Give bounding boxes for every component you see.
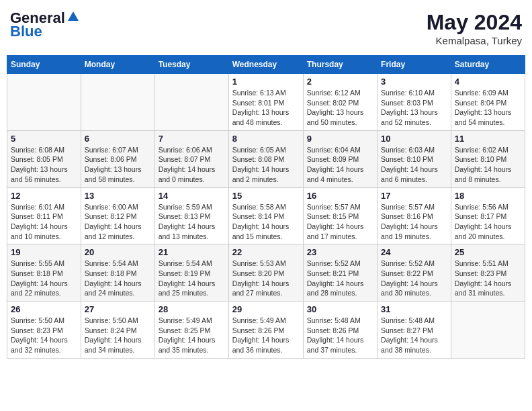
day-info: Sunrise: 6:12 AMSunset: 8:02 PMDaylight:… [307,89,364,126]
day-number: 4 [455,77,521,87]
calendar-table: Sunday Monday Tuesday Wednesday Thursday… [7,55,525,359]
day-info: Sunrise: 5:55 AMSunset: 8:18 PMDaylight:… [11,259,68,297]
day-number: 28 [159,304,225,314]
day-number: 20 [85,247,151,257]
day-info: Sunrise: 5:49 AMSunset: 8:25 PMDaylight:… [159,316,216,354]
day-number: 8 [232,134,300,144]
logo-text-blue: Blue [10,24,42,40]
cell-w1-d6: 3Sunrise: 6:10 AMSunset: 8:03 PMDaylight… [378,74,451,131]
day-number: 2 [307,77,373,87]
cell-w4-d4: 22Sunrise: 5:53 AMSunset: 8:20 PMDayligh… [228,244,303,302]
day-info: Sunrise: 6:02 AMSunset: 8:10 PMDaylight:… [455,146,512,183]
header-friday: Friday [378,56,451,74]
day-number: 31 [381,304,447,314]
cell-w4-d3: 21Sunrise: 5:54 AMSunset: 8:19 PMDayligh… [154,244,228,302]
day-info: Sunrise: 5:52 AMSunset: 8:22 PMDaylight:… [381,259,438,297]
day-info: Sunrise: 6:08 AMSunset: 8:05 PMDaylight:… [11,146,68,183]
day-number: 19 [11,247,77,257]
header-monday: Monday [81,56,154,74]
cell-w5-d5: 30Sunrise: 5:48 AMSunset: 8:26 PMDayligh… [303,302,377,359]
cell-w3-d2: 13Sunrise: 6:00 AMSunset: 8:12 PMDayligh… [81,187,154,244]
week-row-2: 5Sunrise: 6:08 AMSunset: 8:05 PMDaylight… [7,130,525,187]
cell-w4-d2: 20Sunrise: 5:54 AMSunset: 8:18 PMDayligh… [81,244,154,302]
day-info: Sunrise: 5:54 AMSunset: 8:18 PMDaylight:… [85,259,142,297]
day-info: Sunrise: 6:10 AMSunset: 8:03 PMDaylight:… [381,89,438,126]
cell-w1-d7: 4Sunrise: 6:09 AMSunset: 8:04 PMDaylight… [451,74,525,131]
cell-w1-d1 [7,74,81,131]
day-info: Sunrise: 5:59 AMSunset: 8:13 PMDaylight:… [159,203,216,240]
cell-w2-d7: 11Sunrise: 6:02 AMSunset: 8:10 PMDayligh… [451,130,525,187]
logo: General Blue [10,10,80,40]
week-row-3: 12Sunrise: 6:01 AMSunset: 8:11 PMDayligh… [7,187,525,244]
day-info: Sunrise: 5:52 AMSunset: 8:21 PMDaylight:… [307,259,364,297]
cell-w3-d7: 18Sunrise: 5:56 AMSunset: 8:17 PMDayligh… [451,187,525,244]
week-row-4: 19Sunrise: 5:55 AMSunset: 8:18 PMDayligh… [7,244,525,302]
cell-w3-d1: 12Sunrise: 6:01 AMSunset: 8:11 PMDayligh… [7,187,81,244]
svg-marker-0 [68,11,79,21]
cell-w4-d6: 24Sunrise: 5:52 AMSunset: 8:22 PMDayligh… [378,244,451,302]
cell-w5-d2: 27Sunrise: 5:50 AMSunset: 8:24 PMDayligh… [81,302,154,359]
day-info: Sunrise: 6:05 AMSunset: 8:08 PMDaylight:… [232,146,290,183]
day-number: 3 [381,77,447,87]
day-info: Sunrise: 6:01 AMSunset: 8:11 PMDaylight:… [11,203,68,240]
cell-w1-d4: 1Sunrise: 6:13 AMSunset: 8:01 PMDaylight… [228,74,303,131]
day-number: 26 [11,304,77,314]
day-info: Sunrise: 6:06 AMSunset: 8:07 PMDaylight:… [159,146,216,183]
calendar-title: May 2024 [427,10,522,35]
title-block: May 2024 Kemalpasa, Turkey [427,10,522,46]
header-thursday: Thursday [303,56,377,74]
cell-w3-d3: 14Sunrise: 5:59 AMSunset: 8:13 PMDayligh… [154,187,228,244]
header-row: Sunday Monday Tuesday Wednesday Thursday… [7,56,525,74]
day-number: 22 [232,247,300,257]
day-number: 24 [381,247,447,257]
header-tuesday: Tuesday [154,56,228,74]
day-info: Sunrise: 5:49 AMSunset: 8:26 PMDaylight:… [232,316,290,354]
cell-w5-d3: 28Sunrise: 5:49 AMSunset: 8:25 PMDayligh… [154,302,228,359]
cell-w5-d1: 26Sunrise: 5:50 AMSunset: 8:23 PMDayligh… [7,302,81,359]
day-number: 16 [307,191,373,201]
header-sunday: Sunday [7,56,81,74]
day-number: 29 [232,304,300,314]
header-wednesday: Wednesday [228,56,303,74]
day-number: 18 [455,191,521,201]
calendar-location: Kemalpasa, Turkey [427,35,522,46]
day-info: Sunrise: 5:48 AMSunset: 8:26 PMDaylight:… [307,316,364,354]
cell-w4-d7: 25Sunrise: 5:51 AMSunset: 8:23 PMDayligh… [451,244,525,302]
cell-w5-d7 [451,302,525,359]
day-number: 23 [307,247,373,257]
day-number: 30 [307,304,373,314]
week-row-5: 26Sunrise: 5:50 AMSunset: 8:23 PMDayligh… [7,302,525,359]
day-number: 5 [11,134,77,144]
cell-w3-d5: 16Sunrise: 5:57 AMSunset: 8:15 PMDayligh… [303,187,377,244]
cell-w4-d1: 19Sunrise: 5:55 AMSunset: 8:18 PMDayligh… [7,244,81,302]
day-number: 15 [232,191,300,201]
header-saturday: Saturday [451,56,525,74]
day-info: Sunrise: 6:04 AMSunset: 8:09 PMDaylight:… [307,146,364,183]
cell-w5-d6: 31Sunrise: 5:48 AMSunset: 8:27 PMDayligh… [378,302,451,359]
day-number: 21 [159,247,225,257]
page-header: General Blue May 2024 Kemalpasa, Turkey [7,7,525,50]
day-info: Sunrise: 5:54 AMSunset: 8:19 PMDaylight:… [159,259,216,297]
day-info: Sunrise: 5:56 AMSunset: 8:17 PMDaylight:… [455,203,512,240]
day-info: Sunrise: 5:53 AMSunset: 8:20 PMDaylight:… [232,259,290,297]
day-info: Sunrise: 5:57 AMSunset: 8:15 PMDaylight:… [307,203,364,240]
day-number: 27 [85,304,151,314]
day-info: Sunrise: 5:51 AMSunset: 8:23 PMDaylight:… [455,259,512,297]
cell-w1-d2 [81,74,154,131]
logo-triangle-icon [66,10,80,24]
cell-w1-d5: 2Sunrise: 6:12 AMSunset: 8:02 PMDaylight… [303,74,377,131]
cell-w2-d5: 9Sunrise: 6:04 AMSunset: 8:09 PMDaylight… [303,130,377,187]
day-number: 17 [381,191,447,201]
day-info: Sunrise: 5:57 AMSunset: 8:16 PMDaylight:… [381,203,438,240]
cell-w2-d3: 7Sunrise: 6:06 AMSunset: 8:07 PMDaylight… [154,130,228,187]
week-row-1: 1Sunrise: 6:13 AMSunset: 8:01 PMDaylight… [7,74,525,131]
cell-w2-d4: 8Sunrise: 6:05 AMSunset: 8:08 PMDaylight… [228,130,303,187]
cell-w2-d6: 10Sunrise: 6:03 AMSunset: 8:10 PMDayligh… [378,130,451,187]
day-info: Sunrise: 5:50 AMSunset: 8:24 PMDaylight:… [85,316,142,354]
day-info: Sunrise: 6:09 AMSunset: 8:04 PMDaylight:… [455,89,512,126]
day-info: Sunrise: 5:50 AMSunset: 8:23 PMDaylight:… [11,316,68,354]
day-number: 6 [85,134,151,144]
cell-w5-d4: 29Sunrise: 5:49 AMSunset: 8:26 PMDayligh… [228,302,303,359]
day-number: 11 [455,134,521,144]
day-info: Sunrise: 5:58 AMSunset: 8:14 PMDaylight:… [232,203,290,240]
